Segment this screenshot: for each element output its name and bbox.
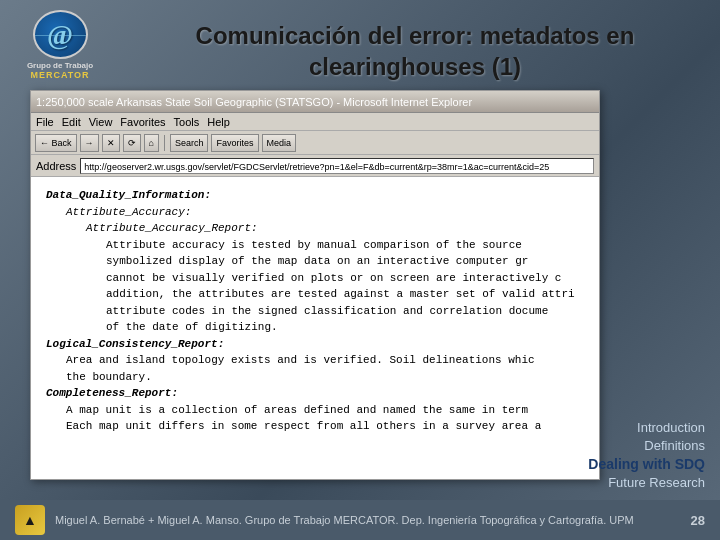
home-button[interactable]: ⌂ bbox=[144, 134, 159, 152]
address-input[interactable]: http://geoserver2.wr.usgs.gov/servlet/FG… bbox=[80, 158, 594, 174]
refresh-button[interactable]: ⟳ bbox=[123, 134, 141, 152]
logo-grupo: Grupo de Trabajo bbox=[27, 61, 93, 70]
globe-line bbox=[35, 35, 86, 36]
content-line1: Data_Quality_Information: bbox=[46, 187, 584, 204]
menu-view[interactable]: View bbox=[89, 116, 113, 128]
browser-toolbar: ← Back → ✕ ⟳ ⌂ Search Favorites Media bbox=[31, 131, 599, 155]
content-line13: Completeness_Report: bbox=[46, 385, 584, 402]
nav-definitions[interactable]: Definitions bbox=[588, 438, 705, 453]
browser-titlebar: 1:250,000 scale Arkansas State Soil Geog… bbox=[31, 91, 599, 113]
menu-tools[interactable]: Tools bbox=[174, 116, 200, 128]
content-line11: Area and island topology exists and is v… bbox=[66, 352, 584, 369]
content-line12: the boundary. bbox=[66, 369, 584, 386]
slide-number: 28 bbox=[691, 513, 705, 528]
menu-file[interactable]: File bbox=[36, 116, 54, 128]
title-line2: clearinghouses (1) bbox=[309, 53, 521, 80]
logo-circle: @ bbox=[33, 10, 88, 59]
author-text: Miguel A. Bernabé + Miguel A. Manso. Gru… bbox=[55, 514, 681, 526]
title-line1: Comunicación del error: metadatos en bbox=[196, 22, 635, 49]
browser-content: Data_Quality_Information: Attribute_Accu… bbox=[31, 177, 599, 477]
logo-area: @ Grupo de Trabajo MERCATOR bbox=[10, 10, 110, 80]
slide-container: @ Grupo de Trabajo MERCATOR Comunicación… bbox=[0, 0, 720, 540]
content-line6: cannot be visually verified on plots or … bbox=[106, 270, 584, 287]
menu-edit[interactable]: Edit bbox=[62, 116, 81, 128]
content-line15: Each map unit differs in some respect fr… bbox=[66, 418, 584, 435]
browser-window: 1:250,000 scale Arkansas State Soil Geog… bbox=[30, 90, 600, 480]
toolbar-separator bbox=[164, 135, 165, 151]
stop-button[interactable]: ✕ bbox=[102, 134, 120, 152]
content-line7: addition, the attributes are tested agai… bbox=[106, 286, 584, 303]
content-line8: attribute codes in the signed classifica… bbox=[106, 303, 584, 320]
content-line5: symbolized display of the map data on an… bbox=[106, 253, 584, 270]
menu-favorites[interactable]: Favorites bbox=[120, 116, 165, 128]
title-area: Comunicación del error: metadatos en cle… bbox=[130, 20, 700, 82]
bottom-logo-icon: ▲ bbox=[15, 505, 45, 535]
content-line9: of the date of digitizing. bbox=[106, 319, 584, 336]
media-button[interactable]: Media bbox=[262, 134, 297, 152]
favorites-button[interactable]: Favorites bbox=[211, 134, 258, 152]
menu-help[interactable]: Help bbox=[207, 116, 230, 128]
content-line2: Attribute_Accuracy: bbox=[66, 204, 584, 221]
content-line10: Logical_Consistency_Report: bbox=[46, 336, 584, 353]
browser-menubar[interactable]: File Edit View Favorites Tools Help bbox=[31, 113, 599, 131]
content-line3: Attribute_Accuracy_Report: bbox=[86, 220, 584, 237]
logo-mercator: MERCATOR bbox=[27, 70, 93, 80]
content-line4: Attribute accuracy is tested by manual c… bbox=[106, 237, 584, 254]
nav-future-research[interactable]: Future Research bbox=[588, 475, 705, 490]
back-button[interactable]: ← Back bbox=[35, 134, 77, 152]
forward-button[interactable]: → bbox=[80, 134, 99, 152]
right-nav: Introduction Definitions Dealing with SD… bbox=[588, 420, 705, 490]
search-button[interactable]: Search bbox=[170, 134, 209, 152]
browser-addressbar: Address http://geoserver2.wr.usgs.gov/se… bbox=[31, 155, 599, 177]
logo-text-group: Grupo de Trabajo MERCATOR bbox=[27, 61, 93, 80]
bottom-bar: ▲ Miguel A. Bernabé + Miguel A. Manso. G… bbox=[0, 500, 720, 540]
browser-title-text: 1:250,000 scale Arkansas State Soil Geog… bbox=[36, 96, 472, 108]
content-line14: A map unit is a collection of areas defi… bbox=[66, 402, 584, 419]
slide-title: Comunicación del error: metadatos en cle… bbox=[130, 20, 700, 82]
nav-dealing[interactable]: Dealing with SDQ bbox=[588, 456, 705, 472]
address-label: Address bbox=[36, 160, 76, 172]
nav-introduction[interactable]: Introduction bbox=[588, 420, 705, 435]
